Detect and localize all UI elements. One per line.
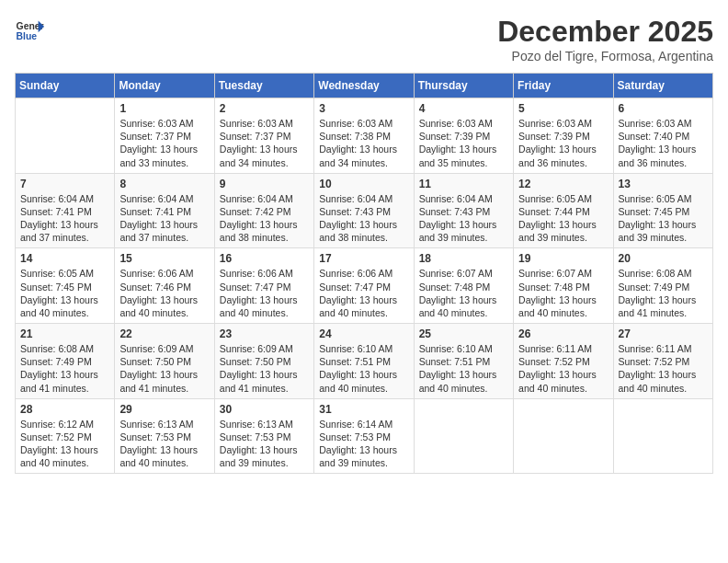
location: Pozo del Tigre, Formosa, Argentina	[497, 49, 713, 63]
day-number: 23	[220, 327, 309, 340]
calendar-table: SundayMondayTuesdayWednesdayThursdayFrid…	[15, 73, 713, 474]
day-number: 15	[119, 252, 209, 265]
day-info: Sunrise: 6:03 AMSunset: 7:37 PMDaylight:…	[220, 117, 309, 169]
logo: General Blue	[15, 15, 44, 44]
day-number: 31	[319, 403, 408, 416]
calendar-cell: 5Sunrise: 6:03 AMSunset: 7:39 PMDaylight…	[514, 98, 613, 174]
calendar-cell: 22Sunrise: 6:09 AMSunset: 7:50 PMDayligh…	[115, 324, 214, 399]
calendar-cell: 12Sunrise: 6:05 AMSunset: 7:44 PMDayligh…	[514, 173, 613, 248]
day-info: Sunrise: 6:14 AMSunset: 7:53 PMDaylight:…	[319, 418, 408, 470]
calendar-cell: 20Sunrise: 6:08 AMSunset: 7:49 PMDayligh…	[613, 248, 712, 324]
day-info: Sunrise: 6:08 AMSunset: 7:49 PMDaylight:…	[619, 267, 708, 319]
calendar-cell: 25Sunrise: 6:10 AMSunset: 7:51 PMDayligh…	[414, 324, 513, 399]
day-number: 3	[319, 102, 408, 115]
day-number: 10	[319, 178, 408, 190]
day-info: Sunrise: 6:13 AMSunset: 7:53 PMDaylight:…	[119, 418, 209, 470]
calendar-cell	[514, 398, 613, 474]
calendar-cell: 19Sunrise: 6:07 AMSunset: 7:48 PMDayligh…	[514, 248, 613, 324]
day-info: Sunrise: 6:09 AMSunset: 7:50 PMDaylight:…	[119, 342, 209, 395]
day-info: Sunrise: 6:05 AMSunset: 7:45 PMDaylight:…	[619, 192, 708, 245]
calendar-cell: 2Sunrise: 6:03 AMSunset: 7:37 PMDaylight…	[214, 98, 313, 174]
day-number: 24	[319, 327, 408, 340]
day-number: 1	[119, 102, 209, 115]
day-info: Sunrise: 6:10 AMSunset: 7:51 PMDaylight:…	[419, 342, 508, 395]
day-info: Sunrise: 6:06 AMSunset: 7:47 PMDaylight:…	[220, 267, 309, 319]
day-number: 2	[220, 102, 309, 115]
day-info: Sunrise: 6:07 AMSunset: 7:48 PMDaylight:…	[419, 267, 508, 319]
calendar-cell: 23Sunrise: 6:09 AMSunset: 7:50 PMDayligh…	[214, 324, 313, 399]
day-info: Sunrise: 6:10 AMSunset: 7:51 PMDaylight:…	[319, 342, 408, 395]
day-number: 19	[518, 252, 608, 265]
calendar-cell: 4Sunrise: 6:03 AMSunset: 7:39 PMDaylight…	[414, 98, 513, 174]
calendar-cell: 3Sunrise: 6:03 AMSunset: 7:38 PMDaylight…	[314, 98, 414, 174]
calendar-cell: 9Sunrise: 6:04 AMSunset: 7:42 PMDaylight…	[214, 173, 313, 248]
day-number: 8	[119, 178, 209, 190]
day-info: Sunrise: 6:11 AMSunset: 7:52 PMDaylight:…	[619, 342, 708, 395]
day-number: 14	[20, 252, 109, 265]
col-header-tuesday: Tuesday	[214, 74, 313, 98]
calendar-cell: 8Sunrise: 6:04 AMSunset: 7:41 PMDaylight…	[115, 173, 214, 248]
calendar-cell: 13Sunrise: 6:05 AMSunset: 7:45 PMDayligh…	[613, 173, 712, 248]
calendar-cell: 24Sunrise: 6:10 AMSunset: 7:51 PMDayligh…	[314, 324, 414, 399]
day-info: Sunrise: 6:03 AMSunset: 7:39 PMDaylight:…	[518, 117, 608, 169]
day-info: Sunrise: 6:03 AMSunset: 7:40 PMDaylight:…	[619, 117, 708, 169]
day-number: 11	[419, 178, 508, 190]
calendar-cell: 6Sunrise: 6:03 AMSunset: 7:40 PMDaylight…	[613, 98, 712, 174]
day-info: Sunrise: 6:12 AMSunset: 7:52 PMDaylight:…	[20, 418, 109, 470]
calendar-cell: 15Sunrise: 6:06 AMSunset: 7:46 PMDayligh…	[115, 248, 214, 324]
day-number: 20	[619, 252, 708, 265]
day-number: 4	[419, 102, 508, 115]
calendar-cell: 1Sunrise: 6:03 AMSunset: 7:37 PMDaylight…	[115, 98, 214, 174]
day-number: 17	[319, 252, 408, 265]
col-header-monday: Monday	[115, 74, 214, 98]
calendar-cell: 31Sunrise: 6:14 AMSunset: 7:53 PMDayligh…	[314, 398, 414, 474]
calendar-cell: 26Sunrise: 6:11 AMSunset: 7:52 PMDayligh…	[514, 324, 613, 399]
day-number: 7	[20, 178, 109, 190]
logo-icon: General Blue	[15, 15, 44, 44]
calendar-cell: 10Sunrise: 6:04 AMSunset: 7:43 PMDayligh…	[314, 173, 414, 248]
calendar-cell: 11Sunrise: 6:04 AMSunset: 7:43 PMDayligh…	[414, 173, 513, 248]
calendar-cell	[613, 398, 712, 474]
day-info: Sunrise: 6:09 AMSunset: 7:50 PMDaylight:…	[220, 342, 309, 395]
day-number: 22	[119, 327, 209, 340]
day-number: 29	[119, 403, 209, 416]
calendar-cell: 17Sunrise: 6:06 AMSunset: 7:47 PMDayligh…	[314, 248, 414, 324]
day-number: 26	[518, 327, 608, 340]
title-area: December 2025 Pozo del Tigre, Formosa, A…	[497, 15, 713, 63]
calendar-cell: 14Sunrise: 6:05 AMSunset: 7:45 PMDayligh…	[16, 248, 115, 324]
calendar-cell: 28Sunrise: 6:12 AMSunset: 7:52 PMDayligh…	[16, 398, 115, 474]
month-title: December 2025	[497, 15, 713, 49]
calendar-cell: 18Sunrise: 6:07 AMSunset: 7:48 PMDayligh…	[414, 248, 513, 324]
day-number: 5	[518, 102, 608, 115]
calendar-cell	[16, 98, 115, 174]
day-number: 25	[419, 327, 508, 340]
day-info: Sunrise: 6:06 AMSunset: 7:47 PMDaylight:…	[319, 267, 408, 319]
day-info: Sunrise: 6:04 AMSunset: 7:41 PMDaylight:…	[20, 192, 109, 245]
day-number: 13	[619, 178, 708, 190]
day-info: Sunrise: 6:04 AMSunset: 7:41 PMDaylight:…	[119, 192, 209, 245]
calendar-cell	[414, 398, 513, 474]
day-info: Sunrise: 6:06 AMSunset: 7:46 PMDaylight:…	[119, 267, 209, 319]
day-info: Sunrise: 6:05 AMSunset: 7:45 PMDaylight:…	[20, 267, 109, 319]
day-info: Sunrise: 6:03 AMSunset: 7:38 PMDaylight:…	[319, 117, 408, 169]
day-number: 27	[619, 327, 708, 340]
day-info: Sunrise: 6:04 AMSunset: 7:43 PMDaylight:…	[419, 192, 508, 245]
col-header-sunday: Sunday	[16, 74, 115, 98]
day-info: Sunrise: 6:03 AMSunset: 7:37 PMDaylight:…	[119, 117, 209, 169]
col-header-wednesday: Wednesday	[314, 74, 414, 98]
day-info: Sunrise: 6:08 AMSunset: 7:49 PMDaylight:…	[20, 342, 109, 395]
day-info: Sunrise: 6:11 AMSunset: 7:52 PMDaylight:…	[518, 342, 608, 395]
calendar-cell: 27Sunrise: 6:11 AMSunset: 7:52 PMDayligh…	[613, 324, 712, 399]
day-number: 18	[419, 252, 508, 265]
day-number: 12	[518, 178, 608, 190]
calendar-cell: 30Sunrise: 6:13 AMSunset: 7:53 PMDayligh…	[214, 398, 313, 474]
calendar-cell: 21Sunrise: 6:08 AMSunset: 7:49 PMDayligh…	[16, 324, 115, 399]
svg-text:Blue: Blue	[17, 31, 38, 41]
day-info: Sunrise: 6:13 AMSunset: 7:53 PMDaylight:…	[220, 418, 309, 470]
col-header-thursday: Thursday	[414, 74, 513, 98]
day-number: 6	[619, 102, 708, 115]
day-info: Sunrise: 6:04 AMSunset: 7:43 PMDaylight:…	[319, 192, 408, 245]
col-header-saturday: Saturday	[613, 74, 712, 98]
day-number: 9	[220, 178, 309, 190]
col-header-friday: Friday	[514, 74, 613, 98]
